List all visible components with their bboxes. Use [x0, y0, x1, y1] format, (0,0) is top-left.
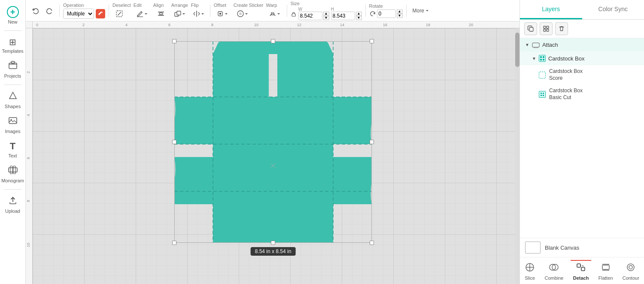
size-section: Size W ▲ ▼ H — [291, 1, 362, 20]
operation-select[interactable]: Multiple — [63, 9, 94, 19]
layer-item-cut[interactable]: Cardstock Box Basic Cut — [520, 85, 644, 104]
deselect-button[interactable] — [112, 9, 126, 19]
redo-button[interactable] — [44, 5, 56, 17]
svg-point-19 — [239, 12, 242, 15]
duplicate-button[interactable] — [524, 22, 537, 35]
svg-rect-55 — [541, 95, 542, 96]
width-up[interactable]: ▲ — [323, 12, 329, 16]
tab-color-sync[interactable]: Color Sync — [582, 0, 644, 19]
svg-rect-21 — [292, 14, 295, 16]
rotate-input[interactable] — [377, 9, 396, 18]
cardstock-subgroup-label: Cardstock Box — [548, 55, 585, 62]
toolbar: Operation Multiple Deselect Edit — [26, 0, 519, 21]
width-down[interactable]: ▼ — [323, 16, 329, 20]
svg-rect-11 — [159, 13, 163, 15]
edit-label: Edit — [134, 3, 142, 8]
blank-canvas-row: Blank Canvas — [520, 238, 644, 257]
more-label: More — [413, 8, 424, 14]
sidebar-item-new[interactable]: + New — [2, 3, 24, 27]
score-icon — [539, 72, 546, 79]
contour-button[interactable]: Contour — [620, 261, 642, 284]
undo-button[interactable] — [29, 5, 41, 17]
handle-top-left[interactable] — [172, 39, 176, 43]
flatten-label: Flatten — [598, 275, 613, 281]
offset-section: Offset — [214, 3, 231, 19]
handle-bottom-center[interactable] — [271, 241, 275, 245]
handle-middle-left[interactable] — [172, 140, 176, 144]
projects-icon — [8, 60, 18, 72]
scrollbar-thumb[interactable] — [515, 33, 519, 67]
rotate-down[interactable]: ▼ — [397, 14, 403, 18]
arrange-label: Arrange — [171, 3, 188, 8]
delete-button[interactable] — [555, 22, 568, 35]
canvas-grid[interactable]: 8.54 in x 8.54 in — [33, 28, 519, 284]
height-down[interactable]: ▼ — [356, 16, 362, 20]
align-label: Align — [153, 3, 164, 8]
new-icon: + — [7, 6, 19, 18]
sidebar-label-templates: Templates — [2, 48, 23, 54]
sidebar-divider-3 — [4, 189, 21, 190]
toolbar-sep-6 — [406, 5, 407, 17]
toolbar-sep-5 — [365, 5, 366, 17]
width-input[interactable] — [298, 12, 322, 20]
sidebar-item-templates[interactable]: ⊞ Templates — [2, 34, 24, 56]
panel-bottom-buttons: Slice Combine Detach — [520, 257, 644, 284]
canvas-area[interactable]: 0 2 4 6 8 10 12 14 16 18 20 2 4 6 8 10 — [26, 21, 519, 284]
more-button[interactable]: More — [410, 6, 432, 15]
height-up[interactable]: ▲ — [356, 12, 362, 16]
design-container[interactable]: 8.54 in x 8.54 in — [174, 41, 372, 243]
sidebar-label-projects: Projects — [4, 73, 21, 79]
handle-middle-right[interactable] — [370, 140, 374, 144]
sidebar-item-upload[interactable]: Upload — [2, 193, 24, 216]
handle-bottom-left[interactable] — [172, 241, 176, 245]
height-label: H — [331, 7, 362, 12]
svg-rect-66 — [602, 265, 609, 269]
edit-button[interactable] — [134, 9, 151, 19]
layer-item-score[interactable]: Cardstock Box Score — [520, 65, 644, 85]
height-input[interactable] — [331, 12, 355, 20]
align-button[interactable] — [153, 9, 169, 19]
svg-line-8 — [118, 12, 121, 15]
sidebar-item-shapes[interactable]: Shapes — [2, 88, 24, 112]
create-sticker-button[interactable] — [234, 9, 252, 19]
vertical-scrollbar[interactable] — [515, 28, 519, 284]
handle-top-right[interactable] — [370, 39, 374, 43]
detach-icon — [576, 263, 586, 274]
svg-rect-44 — [547, 29, 549, 31]
slice-icon — [525, 263, 535, 274]
group-button[interactable] — [540, 22, 553, 35]
warp-button[interactable] — [266, 9, 283, 19]
arrange-button[interactable] — [171, 9, 188, 19]
svg-rect-49 — [540, 56, 542, 58]
layer-cardstock-subgroup[interactable]: ▼ Cardstock Box — [520, 51, 644, 65]
svg-rect-62 — [577, 264, 580, 267]
pen-button[interactable] — [96, 9, 105, 18]
slice-button[interactable]: Slice — [522, 261, 538, 284]
attach-label: Attach — [542, 42, 558, 48]
layer-attach-group[interactable]: ▼ Attach — [520, 38, 644, 51]
detach-button[interactable]: Detach — [571, 260, 592, 284]
sidebar-item-text[interactable]: T Text — [2, 138, 24, 161]
sidebar-item-images[interactable]: Images — [2, 113, 24, 136]
rotate-up[interactable]: ▲ — [397, 9, 403, 14]
sidebar-item-projects[interactable]: Projects — [2, 58, 24, 81]
sidebar-item-monogram[interactable]: Monogram — [2, 163, 24, 186]
handle-top-center[interactable] — [271, 39, 275, 43]
tab-layers[interactable]: Layers — [520, 0, 582, 19]
width-spinners: ▲ ▼ — [323, 12, 329, 20]
toolbar-sep-4 — [287, 5, 287, 17]
slice-label: Slice — [525, 275, 535, 281]
contour-label: Contour — [623, 275, 639, 281]
attach-icon — [532, 42, 540, 48]
svg-rect-14 — [177, 11, 181, 15]
sidebar-label-upload: Upload — [5, 208, 20, 214]
flatten-button[interactable]: Flatten — [596, 261, 616, 284]
offset-button[interactable] — [214, 9, 231, 19]
align-section: Align — [153, 3, 169, 19]
flip-button[interactable] — [191, 9, 207, 19]
cut-icon — [539, 91, 546, 98]
width-label: W — [298, 7, 329, 12]
handle-bottom-right[interactable] — [370, 241, 374, 245]
combine-label: Combine — [544, 275, 563, 281]
combine-button[interactable]: Combine — [542, 261, 566, 284]
